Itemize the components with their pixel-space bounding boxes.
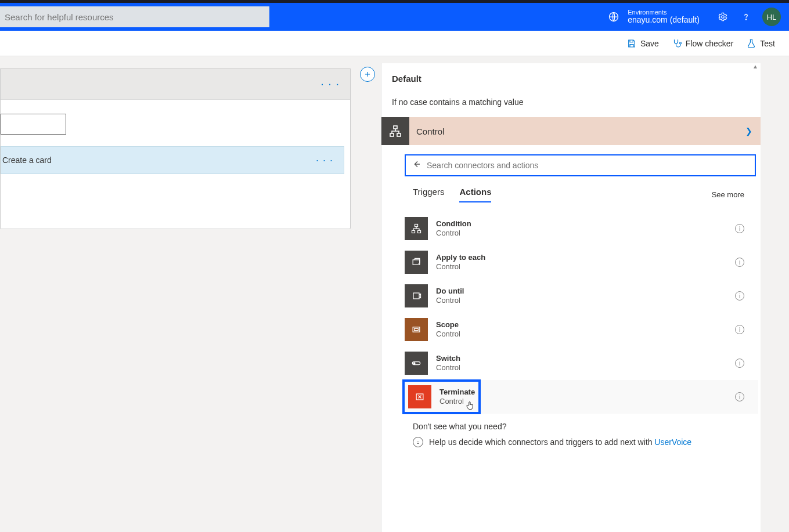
action-row-apply-to-each[interactable]: Apply to each Control i [405, 245, 758, 279]
svg-rect-4 [394, 126, 397, 129]
save-button[interactable]: Save [626, 38, 659, 49]
info-icon[interactable]: i [735, 291, 744, 301]
action-row-terminate[interactable]: Terminate Control i [405, 380, 758, 414]
test-button[interactable]: Test [746, 38, 775, 49]
plus-icon [363, 70, 372, 78]
environment-name: enayu.com (default) [628, 16, 700, 24]
panel-title: Default [381, 74, 761, 89]
action-subtitle: Control [439, 397, 475, 406]
svg-point-2 [745, 19, 746, 20]
control-connector-icon [381, 117, 409, 145]
smile-icon [413, 437, 423, 447]
info-icon[interactable]: i [735, 325, 744, 334]
connector-body: Triggers Actions See more Condition Cont… [381, 145, 761, 447]
tab-triggers[interactable]: Triggers [413, 187, 444, 202]
user-avatar[interactable]: HL [762, 8, 781, 26]
action-title: Scope [436, 320, 460, 330]
svg-rect-7 [415, 225, 418, 227]
svg-point-15 [413, 363, 415, 364]
inner-action-label: Create a card [2, 155, 52, 165]
connector-search-input[interactable] [427, 161, 749, 170]
action-list: Condition Control i Apply to each Contro [405, 212, 758, 414]
scroll-up-caret-icon: ▲ [752, 63, 758, 70]
svg-point-3 [679, 42, 681, 44]
step-more-menu[interactable]: · · · [320, 77, 340, 91]
tab-actions[interactable]: Actions [459, 187, 491, 202]
do-until-icon [405, 284, 428, 307]
flow-step-card[interactable]: · · · Create a card · · · [0, 68, 351, 229]
uservoice-link[interactable]: UserVoice [654, 437, 691, 447]
action-subtitle: Control [436, 229, 471, 238]
panel-description: If no case contains a matching value [381, 89, 761, 117]
svg-rect-12 [413, 327, 420, 332]
flask-icon [746, 38, 756, 49]
designer-canvas: · · · Create a card · · · ▲ Default If n… [0, 56, 789, 532]
action-row-scope[interactable]: Scope Control i [405, 313, 758, 346]
info-icon[interactable]: i [735, 224, 744, 233]
see-more-link[interactable]: See more [712, 190, 744, 199]
chevron-right-icon: ❯ [745, 126, 755, 136]
svg-point-18 [419, 441, 419, 442]
flow-step-body: Create a card · · · [1, 100, 350, 188]
info-icon[interactable]: i [735, 258, 744, 267]
environment-icon [608, 11, 619, 23]
svg-rect-10 [413, 260, 420, 265]
svg-rect-8 [412, 230, 415, 233]
app-header: Environments enayu.com (default) HL [0, 3, 789, 31]
action-title: Condition [436, 219, 471, 229]
help-button[interactable] [737, 8, 755, 26]
footer-question: Don't see what you need? [405, 422, 758, 431]
add-step-button[interactable] [360, 67, 375, 82]
connector-name: Control [416, 126, 444, 136]
step-input-field[interactable] [1, 114, 66, 135]
inner-action-create-card[interactable]: Create a card · · · [1, 146, 344, 174]
help-row: Help us decide which connectors and trig… [405, 437, 758, 447]
flow-step-header: · · · [1, 68, 350, 100]
info-icon[interactable]: i [735, 359, 744, 368]
svg-rect-9 [418, 230, 421, 233]
svg-rect-6 [397, 133, 401, 136]
command-bar: Save Flow checker Test [0, 31, 789, 56]
apply-to-each-icon [405, 251, 428, 274]
action-row-condition[interactable]: Condition Control i [405, 212, 758, 245]
global-search[interactable] [0, 6, 269, 27]
switch-icon [405, 352, 428, 375]
svg-rect-11 [413, 293, 419, 299]
action-row-do-until[interactable]: Do until Control i [405, 279, 758, 313]
info-icon[interactable]: i [735, 392, 744, 401]
action-title: Apply to each [436, 253, 485, 262]
flow-step-footer [1, 188, 350, 229]
inner-action-more-menu[interactable]: · · · [316, 154, 333, 167]
environments-label: Environments [628, 9, 700, 16]
action-subtitle: Control [436, 363, 460, 372]
tabs-row: Triggers Actions See more [405, 187, 758, 202]
connector-header[interactable]: Control ❯ [381, 117, 761, 145]
back-arrow-icon[interactable] [412, 160, 421, 171]
action-title: Do until [436, 287, 464, 296]
action-subtitle: Control [436, 262, 485, 272]
settings-button[interactable] [714, 8, 732, 26]
svg-point-17 [417, 441, 417, 442]
svg-rect-13 [415, 328, 419, 330]
action-subtitle: Control [436, 296, 464, 305]
action-title: Terminate [439, 388, 475, 397]
action-row-switch[interactable]: Switch Control i [405, 346, 758, 380]
scope-icon [405, 318, 428, 341]
stethoscope-icon [672, 38, 682, 49]
action-subtitle: Control [436, 330, 460, 339]
connector-search[interactable] [405, 154, 756, 176]
svg-point-1 [722, 16, 725, 19]
global-search-input[interactable] [5, 12, 265, 22]
action-picker-panel: ▲ Default If no case contains a matching… [381, 63, 761, 532]
condition-icon [405, 217, 428, 240]
flow-checker-button[interactable]: Flow checker [672, 38, 733, 49]
svg-rect-5 [390, 133, 394, 136]
terminate-icon [408, 385, 431, 408]
save-icon [626, 38, 637, 49]
action-title: Switch [436, 354, 460, 363]
environment-picker[interactable]: Environments enayu.com (default) [628, 9, 700, 24]
